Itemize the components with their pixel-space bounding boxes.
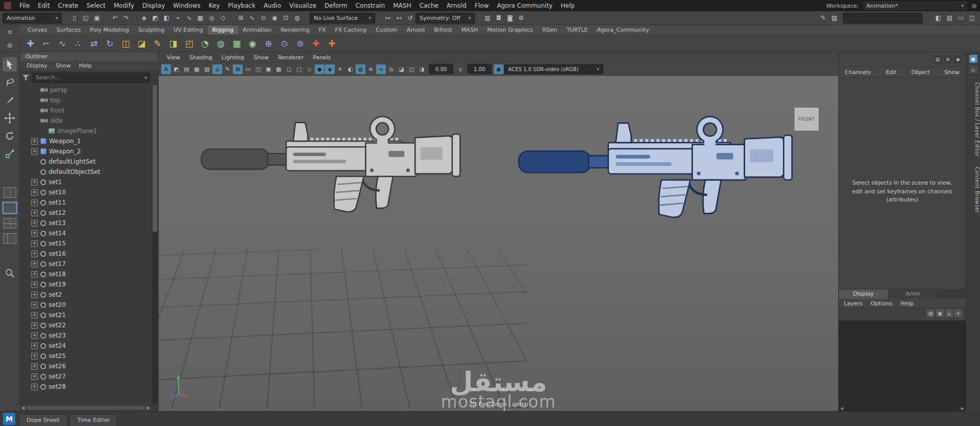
expand-toggle-icon[interactable]: + <box>31 353 38 360</box>
menubar-item[interactable]: Modify <box>110 1 138 10</box>
shelf-tab[interactable]: Sculpting <box>134 26 169 35</box>
menubar-item[interactable]: Playback <box>224 1 260 10</box>
blend-shape-icon[interactable]: ◔ <box>198 36 212 51</box>
new-scene-icon[interactable]: ▯ <box>69 13 80 24</box>
menubar-item[interactable]: Select <box>82 1 110 10</box>
render-settings-icon[interactable]: ⚙ <box>516 13 527 24</box>
help-line-icon[interactable]: ▭ <box>955 13 966 24</box>
scroll-right-arrow[interactable]: ▶ <box>961 406 964 411</box>
menubar-item[interactable]: Agora Community <box>493 1 557 10</box>
menu-set-dropdown[interactable]: Animation ▾ <box>3 13 62 24</box>
expand-toggle-icon[interactable]: + <box>31 240 38 247</box>
channel-box-menu-item[interactable]: Show <box>944 69 960 76</box>
motion-blur-icon[interactable]: ≋ <box>366 64 376 74</box>
menubar-item[interactable]: Cache <box>415 1 442 10</box>
menubar-item[interactable]: Create <box>54 1 82 10</box>
viewport-menu-item[interactable]: Panels <box>309 54 335 61</box>
camera-attributes-icon[interactable]: ▤ <box>182 64 191 74</box>
menubar-item[interactable]: Deform <box>320 1 352 10</box>
select-mask-curve-icon[interactable]: ∿ <box>184 13 194 24</box>
grid-toggle-icon[interactable]: ⊞ <box>233 64 243 74</box>
two-pane-layout-button[interactable] <box>3 187 16 198</box>
paint-select-tool[interactable] <box>3 93 17 107</box>
paint-effects-icon[interactable]: ✎ <box>818 13 829 24</box>
outliner-item[interactable]: + set24 <box>20 341 152 351</box>
wrap-deformer-icon[interactable]: ◉ <box>245 36 260 51</box>
outliner-item[interactable]: + set23 <box>20 330 152 341</box>
layer-editor-menu-item[interactable]: Layers <box>844 300 862 307</box>
menubar-item[interactable]: Key <box>205 1 224 10</box>
numeric-input-field[interactable] <box>843 13 923 24</box>
safe-action-icon[interactable]: ◻ <box>284 64 294 74</box>
select-mask-point-icon[interactable]: ∙ <box>172 13 183 24</box>
snap-to-curve-icon[interactable]: ∿ <box>247 13 257 24</box>
expand-toggle-icon[interactable]: + <box>31 179 38 186</box>
expand-toggle-icon[interactable]: + <box>31 199 38 206</box>
shelf-tab[interactable]: TURTLE <box>562 26 592 35</box>
expand-toggle-icon[interactable]: + <box>31 322 38 329</box>
expand-toggle-icon[interactable]: + <box>31 312 38 319</box>
front-image-plane[interactable]: FRONT <box>794 107 819 131</box>
menubar-item[interactable]: Arnold <box>443 1 471 10</box>
add-attribute-icon[interactable]: ✚ <box>309 36 323 51</box>
select-mask-misc-icon[interactable]: ◇ <box>217 13 228 24</box>
camera-lock-icon[interactable]: ◩ <box>171 64 181 74</box>
shelf-tab[interactable]: Custom <box>371 26 402 35</box>
open-render-view-icon[interactable]: ▥ <box>482 13 493 24</box>
outliner-item[interactable]: + set12 <box>20 208 152 218</box>
outliner-horizontal-scrollbar[interactable]: ◀ ▶ <box>20 404 151 411</box>
gamma-field[interactable] <box>467 64 492 74</box>
outliner-item[interactable]: + set21 <box>20 310 152 320</box>
outliner-item[interactable]: + Weapon_2 <box>20 146 152 156</box>
new-empty-layer-icon[interactable]: ▤ <box>927 309 934 317</box>
image-plane-icon[interactable]: ▧ <box>202 64 212 74</box>
menubar-item[interactable]: Visualize <box>285 1 320 10</box>
outliner-item[interactable]: + Weapon_1 <box>20 136 152 146</box>
expand-toggle-icon[interactable]: + <box>31 363 38 370</box>
select-tool[interactable] <box>3 57 17 72</box>
shaded-icon[interactable]: ◆ <box>315 64 324 74</box>
texture-view-icon[interactable]: ▨ <box>829 13 840 24</box>
use-all-lights-icon[interactable]: ☀ <box>335 64 345 74</box>
select-mask-deformation-icon[interactable]: ◎ <box>206 13 217 24</box>
copy-skin-weights-icon[interactable]: ◰ <box>182 36 197 51</box>
bottom-panel-tab[interactable]: Dope Sheet <box>19 414 67 426</box>
redo-icon[interactable]: ↷ <box>121 13 132 24</box>
camera-select-icon[interactable]: A <box>161 64 171 74</box>
outliner-item[interactable]: + set22 <box>20 320 152 330</box>
construction-history-icon[interactable]: ↺ <box>405 13 416 24</box>
expand-toggle-icon[interactable]: + <box>31 261 38 267</box>
channel-box-menu-item[interactable]: Channels <box>845 69 871 76</box>
quick-layout-icon[interactable]: ◫ <box>967 13 977 24</box>
zoom-layout-icon[interactable] <box>5 268 15 280</box>
exposure-icon[interactable]: ◑ <box>417 64 427 74</box>
outliner-item[interactable]: + set14 <box>20 228 152 238</box>
key-settings-icon[interactable]: ◆ <box>954 55 962 63</box>
search-input[interactable]: ▾ <box>32 73 150 83</box>
color-management-icon[interactable]: ◉ <box>494 64 504 74</box>
mirror-skin-weights-icon[interactable]: ◨ <box>166 36 181 51</box>
textured-icon[interactable]: ◈ <box>325 64 335 74</box>
field-chart-icon[interactable]: ▦ <box>274 64 284 74</box>
shelf-tab[interactable]: Arnold <box>402 26 429 35</box>
expand-toggle-icon[interactable]: + <box>31 148 38 155</box>
shelf-tab[interactable]: Rendering <box>276 26 314 35</box>
resolution-gate-icon[interactable]: ◫ <box>253 64 263 74</box>
shelf-tab[interactable]: Agora_Community <box>593 26 654 35</box>
bottom-panel-tab[interactable]: Time Editor <box>70 414 117 426</box>
cluster-icon[interactable]: ◍ <box>213 36 228 51</box>
user-avatar[interactable]: M <box>3 413 15 425</box>
grease-pencil-icon[interactable]: ✎ <box>223 64 232 74</box>
shelf-tab[interactable]: Rigging <box>208 26 238 35</box>
outliner-item[interactable]: + set16 <box>20 249 152 259</box>
shelf-tab[interactable]: MASH <box>457 26 483 35</box>
outliner-item[interactable]: + set25 <box>20 351 152 361</box>
outliner-item[interactable]: + defaultObjectSet <box>20 167 152 177</box>
view-transform-dropdown[interactable]: ACES 1.0 SDR-video (sRGB) ▾ <box>504 64 603 74</box>
bind-skin-icon[interactable]: ◫ <box>118 36 133 51</box>
isolate-select-icon[interactable]: ◎ <box>386 64 396 74</box>
input-connections-icon[interactable]: ↦ <box>382 13 393 24</box>
safe-title-icon[interactable]: ▢ <box>294 64 304 74</box>
select-object-icon[interactable]: ◩ <box>150 13 161 24</box>
shelf-menu-icon[interactable]: ≡ <box>7 28 13 36</box>
